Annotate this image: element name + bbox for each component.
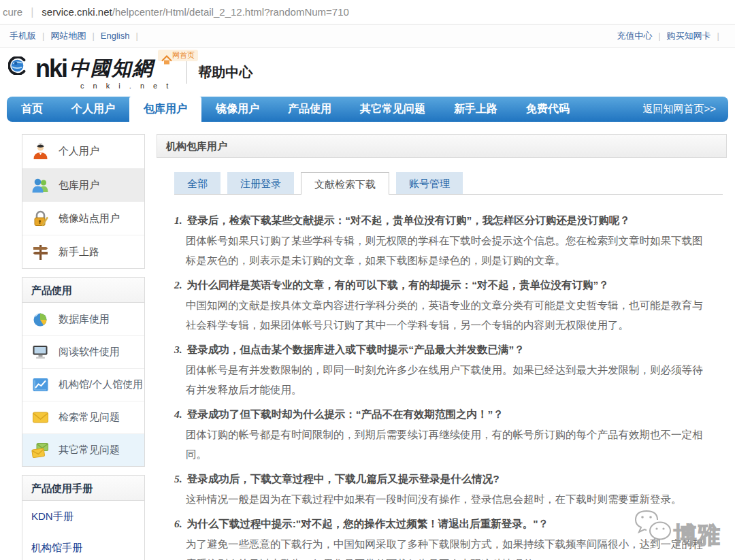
logo-chinese: 中國知網	[69, 55, 154, 82]
utility-link[interactable]: English	[101, 31, 130, 41]
sidebar-user-types: 个人用户 包库用户 镜像站点用户 新手上路	[22, 134, 145, 269]
nav-item[interactable]: 个人用户	[57, 97, 129, 122]
nav-item[interactable]: 免费代码	[512, 97, 584, 122]
content-area: 个人用户 包库用户 镜像站点用户 新手上路 产品使用	[0, 122, 735, 560]
faq-answer: 中国知网的文献是按具体文章内容进行学科分类的，英语专业的文章分类有可能是文史哲专…	[174, 295, 709, 335]
faq-question: 3. 登录成功，但点击某个数据库进入或下载时提示“产品最大并发数已满”？	[174, 341, 709, 359]
url-path: /helpcenter/Html/detail_2_12.html?random…	[112, 6, 349, 18]
tab[interactable]: 文献检索下载	[301, 172, 389, 195]
people-icon	[31, 176, 50, 195]
faq-answer: 团体帐号是有并发数限制的，即同一时刻允许多少在线用户下载使用。如果已经达到最大并…	[174, 360, 709, 399]
utility-links-right: 充值中心 | 购买知网卡 |	[617, 30, 725, 42]
sidebar-item-label: 个人用户	[59, 145, 99, 158]
tab[interactable]: 全部	[174, 172, 220, 195]
nav-item[interactable]: 产品使用	[274, 97, 346, 122]
nav-item[interactable]: 首页	[7, 97, 57, 122]
line-chart-icon	[31, 376, 50, 394]
url-domain: service.cnki.net	[42, 6, 112, 18]
faq-number: 3.	[174, 341, 182, 359]
nav-item[interactable]: 新手上路	[440, 97, 512, 122]
back-to-cnki-home-link[interactable]: 返回知网首页>>	[630, 97, 728, 122]
tab[interactable]: 注册登录	[227, 172, 294, 195]
sidebar-item[interactable]: 镜像站点用户	[22, 201, 144, 235]
nav-item[interactable]: 镜像用户	[201, 97, 274, 122]
faq-question: 6. 为什么下载过程中提示:"对不起，您的操作太过频繁！请退出后重新登录。"？	[174, 515, 709, 533]
logo-text: nki 中國知網 c n k i . n e t	[39, 54, 172, 90]
faq-question: 4. 登录成功了但下载时却为什么提示：“产品不在有效期范围之内！”？	[174, 406, 709, 423]
sidebar-item[interactable]: 机构馆/个人馆使用	[22, 368, 144, 401]
faq-question-text: 为什么同样是英语专业的文章，有的可以下载，有的却提示：“对不起，贵单位没有订购”…	[187, 276, 609, 294]
sidebar: 个人用户 包库用户 镜像站点用户 新手上路 产品使用	[22, 134, 145, 560]
sidebar-item[interactable]: 包库用户	[22, 168, 144, 201]
home-tag-label: 网首页	[172, 50, 195, 61]
sidebar-item[interactable]: 新手上路	[22, 235, 144, 268]
sidebar-item-label: 机构馆手册	[31, 542, 82, 555]
faq-question: 5. 登录成功后，下载文章过程中，下载几篇后又提示登录是什么情况?	[174, 470, 709, 488]
sidebar-item-label: 检索常见问题	[59, 411, 120, 424]
faq-question: 2. 为什么同样是英语专业的文章，有的可以下载，有的却提示：“对不起，贵单位没有…	[174, 276, 709, 294]
faq-question-text: 登录成功后，下载文章过程中，下载几篇后又提示登录是什么情况?	[187, 470, 500, 488]
faq-answer: 团体帐号如果只订购了某些学科专辑，则无权限的学科在下载时会提示这个信息。您在检索…	[174, 231, 709, 270]
utility-link[interactable]: 购买知网卡	[667, 30, 711, 42]
link-separator: |	[92, 31, 94, 41]
faq-question-text: 登录成功，但点击某个数据库进入或下载时提示“产品最大并发数已满”？	[187, 341, 525, 359]
mail-icon	[31, 408, 50, 427]
faq-number: 5.	[174, 470, 182, 488]
sidebar-item[interactable]: 数据库使用	[22, 303, 144, 335]
lock-icon	[31, 210, 50, 228]
faq-number: 4.	[174, 406, 182, 423]
link-separator: |	[658, 31, 660, 41]
secure-label: cure	[3, 6, 22, 18]
mails-icon	[31, 441, 50, 459]
faq-question-text: 为什么下载过程中提示:"对不起，您的操作太过频繁！请退出后重新登录。"？	[187, 515, 549, 533]
faq-answer: 为了避免一些恶意的下载行为，中国知网采取了多种下载限制方式，如果持续下载频率间隔…	[174, 534, 709, 560]
faq-number: 6.	[174, 515, 182, 533]
sidebar-item[interactable]: 阅读软件使用	[22, 335, 144, 368]
faq-item: 2. 为什么同样是英语专业的文章，有的可以下载，有的却提示：“对不起，贵单位没有…	[174, 276, 709, 335]
faq-question: 1. 登录后，检索下载某些文献提示：“对不起，贵单位没有订购”，我怎样区分订购还…	[174, 212, 709, 229]
link-separator: |	[135, 31, 137, 41]
sidebar-item-label: 数据库使用	[59, 313, 110, 326]
nav-item[interactable]: 包库用户	[129, 97, 201, 122]
faq-list: 1. 登录后，检索下载某些文献提示：“对不起，贵单位没有订购”，我怎样区分订购还…	[174, 212, 709, 560]
sidebar-manual-items: KDN手册 机构馆手册	[22, 501, 144, 560]
sidebar-section-title: 产品使用手册	[22, 476, 144, 501]
sidebar-product-items: 数据库使用 阅读软件使用 机构馆/个人馆使用 检索常见问题	[22, 303, 144, 466]
utility-links-left: 手机版 | 网站地图 | English |	[10, 30, 144, 42]
utility-link[interactable]: 网站地图	[50, 30, 86, 42]
utility-link[interactable]: 手机版	[10, 30, 36, 42]
sidebar-item-label: 机构馆/个人馆使用	[59, 378, 143, 391]
tab[interactable]: 账号管理	[396, 172, 463, 195]
sidebar-item[interactable]: 其它常见问题	[22, 433, 144, 466]
browser-address-bar[interactable]: cure | service.cnki.net/helpcenter/Html/…	[0, 0, 735, 24]
sidebar-item-label: 阅读软件使用	[59, 346, 120, 359]
page-title: 帮助中心	[198, 63, 252, 82]
sidebar-item[interactable]: 机构馆手册	[22, 532, 144, 560]
monitor-icon	[31, 343, 50, 361]
utility-link[interactable]: 充值中心	[617, 30, 652, 42]
faq-question-text: 登录后，检索下载某些文献提示：“对不起，贵单位没有订购”，我怎样区分订购还是没订…	[187, 212, 630, 229]
faq-item: 3. 登录成功，但点击某个数据库进入或下载时提示“产品最大并发数已满”？ 团体帐…	[174, 341, 709, 399]
faq-answer: 团体订购的帐号都是有时间限制的，到期后需要续订再继续使用，有的帐号所订购的每个产…	[174, 425, 709, 464]
sidebar-item[interactable]: 个人用户	[22, 135, 144, 168]
nav-item[interactable]: 其它常见问题	[346, 97, 440, 122]
faq-tabs: 全部 注册登录 文献检索下载 账号管理	[174, 172, 727, 195]
sidebar-item-label: 包库用户	[59, 179, 99, 192]
sidebar-item[interactable]: 检索常见问题	[22, 401, 144, 433]
section-title: 机构包库用户	[157, 134, 727, 158]
cnki-logo[interactable]: nki 中國知網 c n k i . n e t	[8, 54, 172, 90]
person-icon	[31, 142, 50, 161]
faq-item: 1. 登录后，检索下载某些文献提示：“对不起，贵单位没有订购”，我怎样区分订购还…	[174, 212, 709, 270]
sidebar-product-section: 产品使用 数据库使用 阅读软件使用 机构馆/个人馆使用	[22, 277, 145, 467]
faq-item: 4. 登录成功了但下载时却为什么提示：“产品不在有效期范围之内！”？ 团体订购的…	[174, 406, 709, 464]
faq-number: 1.	[174, 212, 182, 229]
site-home-tag[interactable]: 网首页	[158, 50, 198, 61]
sidebar-item[interactable]: KDN手册	[22, 501, 144, 532]
logo-latin: nki	[35, 54, 67, 83]
signpost-icon	[31, 243, 50, 261]
faq-number: 2.	[174, 276, 182, 294]
sidebar-section-title: 产品使用	[22, 278, 144, 303]
faq-item: 5. 登录成功后，下载文章过程中，下载几篇后又提示登录是什么情况? 这种情况一般…	[174, 470, 709, 509]
house-icon	[161, 51, 172, 61]
header-divider	[186, 61, 187, 84]
